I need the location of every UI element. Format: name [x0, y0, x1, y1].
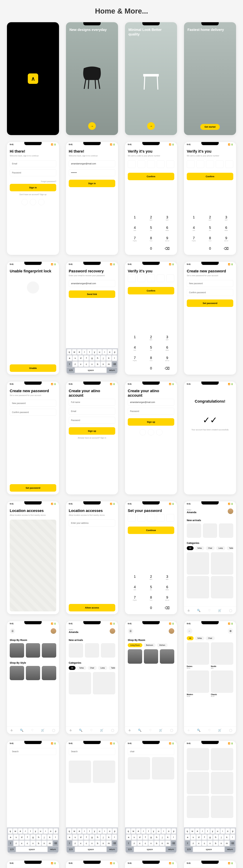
- keypad-key[interactable]: 2ABC: [144, 214, 158, 222]
- apple-icon[interactable]: [148, 429, 154, 435]
- keypad-key[interactable]: 8TUV: [144, 235, 158, 243]
- avatar[interactable]: [51, 628, 56, 634]
- keypad-key[interactable]: 1: [128, 334, 142, 342]
- product-card[interactable]: [187, 523, 201, 538]
- keypad-key[interactable]: 0: [144, 245, 158, 252]
- category-pill[interactable]: Tables: [109, 666, 115, 670]
- keypad-key[interactable]: [128, 365, 142, 372]
- keypad-key[interactable]: 9WXYZ: [160, 235, 174, 243]
- keypad-key[interactable]: 0: [144, 604, 158, 612]
- map-view[interactable]: [10, 520, 56, 612]
- keypad-key[interactable]: 3DEF: [219, 214, 233, 222]
- forgot-link[interactable]: Forgot password?: [10, 180, 56, 182]
- keypad-key[interactable]: 5JKL: [144, 584, 158, 592]
- numeric-keypad[interactable]: 12ABC3DEF4GHI5JKL6MNO7PQRS8TUV9WXYZ0⌫: [128, 214, 174, 252]
- email-field[interactable]: amandamorgan@mail.com: [69, 280, 115, 287]
- category-pill[interactable]: All: [187, 546, 193, 550]
- keypad-key[interactable]: 0: [144, 365, 158, 372]
- signup-link[interactable]: Don't have an account? Sign up: [10, 193, 56, 195]
- keypad-key[interactable]: [187, 245, 201, 252]
- google-icon[interactable]: [22, 199, 28, 205]
- keypad-key[interactable]: [128, 245, 142, 252]
- category-pill[interactable]: Sofas: [195, 546, 204, 550]
- keypad-key[interactable]: 6MNO: [160, 584, 174, 592]
- get-started-button[interactable]: Get started: [200, 124, 219, 130]
- name-field[interactable]: Full name: [69, 399, 115, 406]
- email-field[interactable]: Email: [10, 160, 56, 167]
- signin-button[interactable]: Sign in: [10, 184, 56, 191]
- keypad-key[interactable]: 3DEF: [160, 334, 174, 342]
- apple-icon[interactable]: [30, 199, 36, 205]
- set-password-button[interactable]: Set password: [187, 300, 233, 307]
- password-field[interactable]: ••••••••: [69, 169, 115, 176]
- keypad-key[interactable]: 6MNO: [160, 344, 174, 352]
- confirm-password-field[interactable]: Confirm password: [187, 289, 233, 296]
- keypad-key[interactable]: [128, 604, 142, 612]
- keypad-key[interactable]: 3DEF: [160, 214, 174, 222]
- confirm-button[interactable]: Confirm: [128, 173, 174, 180]
- unable-button[interactable]: Unable: [10, 364, 56, 372]
- tab-home[interactable]: ⌂: [188, 609, 189, 612]
- confirm-button[interactable]: Confirm: [187, 173, 233, 180]
- keypad-key[interactable]: 1: [128, 573, 142, 582]
- back-icon[interactable]: ←: [187, 628, 192, 634]
- keypad-key[interactable]: 5JKL: [203, 224, 217, 232]
- keypad-key[interactable]: 4GHI: [128, 344, 142, 352]
- password-field[interactable]: Password: [10, 169, 56, 176]
- next-button[interactable]: →: [88, 122, 96, 130]
- keypad-key[interactable]: 2ABC: [144, 334, 158, 342]
- keypad-key[interactable]: ⌫: [160, 604, 174, 612]
- search-input[interactable]: Search: [10, 748, 56, 755]
- continue-button[interactable]: Continue: [128, 527, 174, 534]
- keypad-key[interactable]: ⌫: [160, 245, 174, 252]
- category-pill[interactable]: Lamp: [98, 666, 107, 670]
- keypad-key[interactable]: 2ABC: [203, 214, 217, 222]
- category-pill[interactable]: Chair: [88, 666, 97, 670]
- keypad-key[interactable]: 7PQRS: [128, 594, 142, 602]
- email-field[interactable]: amandamorgan@mail.com: [69, 160, 115, 167]
- email-field[interactable]: Email: [69, 408, 115, 415]
- tab-wishlist[interactable]: ♡: [208, 609, 211, 612]
- category-pill[interactable]: Tables: [227, 546, 233, 550]
- facebook-icon[interactable]: [38, 199, 44, 205]
- avatar[interactable]: [228, 508, 233, 514]
- google-icon[interactable]: [140, 429, 146, 435]
- send-link-button[interactable]: Send link: [69, 290, 115, 298]
- keypad-key[interactable]: 6MNO: [219, 224, 233, 232]
- signup-button[interactable]: Sign up: [69, 427, 115, 435]
- otp-input[interactable]: [128, 160, 174, 168]
- keypad-key[interactable]: 9WXYZ: [160, 594, 174, 602]
- category-pill[interactable]: Sofas: [77, 666, 86, 670]
- keypad-key[interactable]: 8TUV: [203, 235, 217, 243]
- keypad-key[interactable]: 4GHI: [187, 224, 201, 232]
- menu-icon[interactable]: ☰: [10, 628, 15, 634]
- filter-icon[interactable]: ⚙: [228, 628, 233, 634]
- keypad-key[interactable]: 4GHI: [128, 584, 142, 592]
- category-pill[interactable]: All: [69, 666, 75, 670]
- keypad-key[interactable]: 7PQRS: [128, 235, 142, 243]
- password-field[interactable]: Password: [69, 417, 115, 424]
- category-pill[interactable]: Lamp: [216, 546, 225, 550]
- text-keyboard[interactable]: qwertyuiopasdfghjkl⇧zxcvbnm⌫123spaceretu…: [66, 348, 118, 375]
- keypad-key[interactable]: 1: [128, 214, 142, 222]
- keypad-key[interactable]: 9WXYZ: [219, 235, 233, 243]
- keypad-key[interactable]: 7PQRS: [187, 235, 201, 243]
- keypad-key[interactable]: 0: [203, 245, 217, 252]
- tab-cart[interactable]: 🛒: [218, 609, 221, 612]
- fingerprint-icon[interactable]: [27, 281, 39, 293]
- allow-button[interactable]: Allow access: [69, 604, 115, 612]
- keypad-key[interactable]: ⌫: [160, 365, 174, 372]
- tab-profile[interactable]: ◯: [229, 609, 232, 612]
- keypad-key[interactable]: 6MNO: [160, 224, 174, 232]
- keypad-key[interactable]: 7PQRS: [128, 354, 142, 363]
- keypad-key[interactable]: 3DEF: [160, 573, 174, 582]
- new-password-field[interactable]: New password: [187, 280, 233, 287]
- keypad-key[interactable]: 5JKL: [144, 224, 158, 232]
- keypad-key[interactable]: 8TUV: [144, 354, 158, 363]
- facebook-icon[interactable]: [156, 429, 162, 435]
- category-pill[interactable]: Chair: [206, 546, 215, 550]
- tab-search[interactable]: 🔍: [197, 609, 201, 612]
- keypad-key[interactable]: ⌫: [219, 245, 233, 252]
- keypad-key[interactable]: 1: [187, 214, 201, 222]
- keypad-key[interactable]: 9WXYZ: [160, 354, 174, 363]
